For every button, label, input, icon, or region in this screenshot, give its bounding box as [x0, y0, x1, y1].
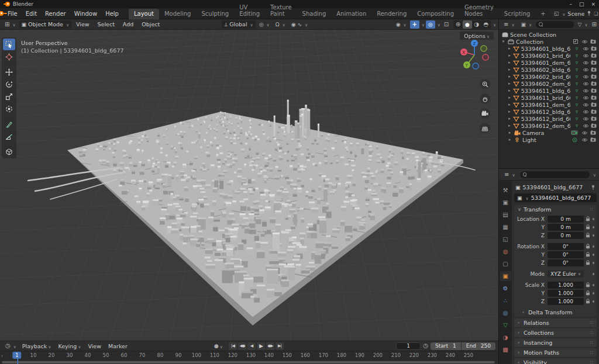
value-field[interactable]: 0°∨ [548, 251, 584, 258]
expand-arrow-icon[interactable]: ▸ [508, 46, 511, 51]
lock-icon[interactable] [586, 216, 590, 221]
tab-particles[interactable] [500, 296, 511, 306]
play-reverse-button[interactable]: ◀ [247, 342, 256, 350]
expand-arrow-icon[interactable]: ▸ [508, 95, 511, 100]
hide-viewport-toggle[interactable] [583, 47, 589, 51]
animate-dot[interactable] [593, 273, 594, 275]
shading-material-button[interactable] [472, 20, 481, 29]
object-name[interactable]: 53394601_brid_6677 [521, 53, 570, 59]
menu-edit[interactable]: Edit [22, 11, 41, 17]
outliner-item[interactable]: ▸ 53394611_dem_6677 ▿ [501, 101, 598, 108]
hide-viewport-toggle[interactable] [583, 61, 589, 65]
outliner-item[interactable]: ▸ 53394612_brid_6677 ▿ [501, 115, 598, 122]
expand-arrow-icon[interactable]: ▸ [508, 74, 511, 79]
outliner-item[interactable]: ▸ 53394601_brid_6677 ▿ [501, 52, 598, 59]
lock-icon[interactable] [586, 244, 590, 249]
outliner-item[interactable]: ▸ 53394611_bldg_6677 ▿ [501, 87, 598, 94]
workspace-tab[interactable]: Compositing [412, 9, 459, 19]
viewport-canvas[interactable] [0, 30, 498, 341]
workspace-tab[interactable]: Animation [331, 9, 371, 19]
proportional-edit-toggle[interactable] [289, 20, 311, 29]
shading-wireframe-button[interactable] [453, 20, 463, 29]
tab-output[interactable] [500, 210, 511, 220]
tab-collection[interactable] [500, 259, 511, 269]
object-name[interactable]: 53394601_dem_6677 [521, 60, 570, 66]
tab-physics[interactable] [500, 308, 511, 318]
pin-icon[interactable] [587, 11, 591, 16]
collapse-arrow-icon[interactable]: ▾ [501, 39, 505, 44]
pin-icon[interactable] [591, 185, 595, 190]
pivot-dropdown[interactable] [257, 20, 272, 29]
disable-render-toggle[interactable] [591, 109, 597, 114]
hide-viewport-toggle[interactable] [583, 68, 589, 72]
disable-render-toggle[interactable] [591, 123, 597, 128]
outliner-item[interactable]: ▸ 53394612_bldg_6677 ▿ [501, 108, 598, 115]
workspace-tab[interactable]: + [535, 9, 550, 19]
mode-dropdown[interactable]: Object Mode [19, 20, 71, 29]
expand-arrow-icon[interactable]: ▸ [508, 67, 511, 72]
disable-render-toggle[interactable] [591, 95, 597, 100]
value-field[interactable]: 0 m∨ [548, 216, 584, 223]
tab-tool[interactable] [500, 185, 511, 195]
disable-render-toggle[interactable] [590, 130, 597, 135]
expand-arrow-icon[interactable]: ▸ [508, 137, 512, 142]
workspace-tab[interactable]: UV Editing [234, 2, 265, 19]
object-name[interactable]: 53394611_brid_6677 [521, 95, 570, 101]
value-field[interactable]: 0 m∨ [548, 224, 584, 231]
expand-arrow-icon[interactable]: ▸ [508, 53, 511, 58]
close-button[interactable]: × [591, 1, 595, 7]
select-box-tool[interactable] [3, 39, 15, 50]
workspace-tab[interactable]: Geometry Nodes [459, 2, 499, 19]
outliner-item[interactable]: ▸ 53394612_dem_6677 ▿ [501, 122, 598, 129]
panel-header[interactable]: › Collections [514, 328, 597, 337]
scale-tool[interactable] [3, 91, 15, 102]
object-name[interactable]: 53394612_brid_6677 [521, 116, 570, 122]
start-frame-field[interactable]: Start1 [431, 342, 461, 350]
hide-viewport-toggle[interactable] [583, 96, 589, 100]
animate-dot[interactable] [593, 254, 594, 256]
menu-keying[interactable]: Keying [54, 343, 84, 349]
panel-header[interactable]: › Visibility [514, 358, 597, 364]
hide-viewport-toggle[interactable] [583, 103, 589, 107]
outliner-item[interactable]: ▸ 53394611_brid_6677 ▿ [501, 94, 598, 101]
panel-menu-icon[interactable] [590, 360, 593, 364]
tab-material[interactable] [500, 332, 511, 342]
value-field[interactable]: XYZ Euler∨ [548, 271, 584, 278]
panel-menu-icon[interactable] [590, 207, 593, 212]
value-field[interactable]: 1.000∨ [548, 282, 584, 289]
outliner-item[interactable]: ▸ 53394602_bldg_6677 ▿ [501, 66, 598, 73]
expand-arrow-icon[interactable]: ▸ [508, 130, 512, 135]
hide-viewport-toggle[interactable] [583, 75, 589, 79]
use-preview-range-toggle[interactable] [423, 343, 428, 349]
transform-panel-header[interactable]: ∨ Transform [514, 205, 597, 214]
navigation-gizmo[interactable]: Z X Y [457, 38, 491, 72]
outliner-item[interactable]: ▸ 53394601_bldg_6677 ▿ [501, 45, 598, 52]
expand-arrow-icon[interactable]: ▸ [508, 123, 511, 128]
object-name[interactable]: 53394612_dem_6677 [521, 123, 570, 129]
hide-viewport-toggle[interactable] [581, 40, 588, 44]
hide-viewport-toggle[interactable] [583, 124, 589, 128]
outliner-search-input[interactable] [536, 21, 573, 28]
move-tool[interactable] [3, 66, 15, 78]
camera-view-button[interactable] [480, 108, 490, 119]
end-frame-field[interactable]: End250 [462, 342, 495, 350]
next-keyframe-button[interactable]: ◆▶ [266, 342, 274, 350]
disable-render-toggle[interactable] [591, 53, 597, 58]
object-name[interactable]: 53394602_bldg_6677 [521, 67, 570, 73]
animate-dot[interactable] [593, 292, 594, 294]
minimize-button[interactable]: – [569, 1, 572, 7]
object-name[interactable]: 53394601_bldg_6677 [521, 46, 570, 52]
disable-render-toggle[interactable] [591, 74, 597, 79]
outliner-item[interactable]: ▸ Light [501, 136, 598, 143]
scene-selector[interactable]: Scene [551, 9, 599, 18]
timeline-ruler[interactable]: › 11020304050607080901001101201301401501… [0, 351, 498, 364]
workspace-tab[interactable]: Rendering [371, 9, 412, 19]
object-name[interactable]: 53394602_brid_6677 [521, 74, 570, 80]
menu-marker[interactable]: Marker [105, 343, 131, 349]
tab-texture[interactable] [500, 345, 511, 355]
tab-object[interactable] [500, 271, 511, 281]
disable-render-toggle[interactable] [590, 39, 597, 44]
timeline-scrollbar[interactable] [2, 361, 495, 363]
outliner-item[interactable]: ▸ Camera [501, 129, 598, 136]
hide-viewport-toggle[interactable] [583, 117, 589, 121]
